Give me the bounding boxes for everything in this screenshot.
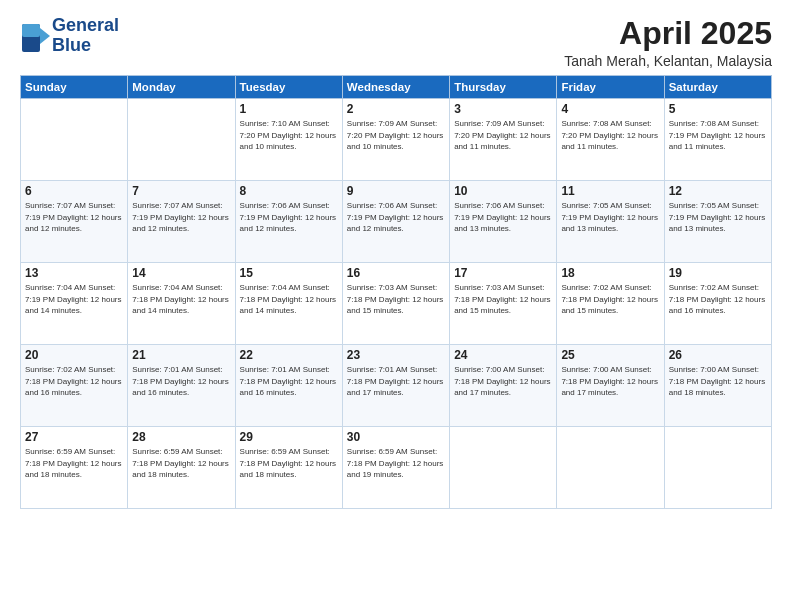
col-friday: Friday (557, 76, 664, 99)
day-info: Sunrise: 7:08 AM Sunset: 7:19 PM Dayligh… (669, 118, 767, 153)
calendar-cell: 13Sunrise: 7:04 AM Sunset: 7:19 PM Dayli… (21, 263, 128, 345)
calendar-cell (450, 427, 557, 509)
day-info: Sunrise: 7:00 AM Sunset: 7:18 PM Dayligh… (669, 364, 767, 399)
calendar-week-4: 20Sunrise: 7:02 AM Sunset: 7:18 PM Dayli… (21, 345, 772, 427)
calendar-cell (21, 99, 128, 181)
calendar-cell: 30Sunrise: 6:59 AM Sunset: 7:18 PM Dayli… (342, 427, 449, 509)
day-number: 21 (132, 348, 230, 362)
day-info: Sunrise: 7:04 AM Sunset: 7:18 PM Dayligh… (132, 282, 230, 317)
day-info: Sunrise: 7:00 AM Sunset: 7:18 PM Dayligh… (454, 364, 552, 399)
day-info: Sunrise: 7:06 AM Sunset: 7:19 PM Dayligh… (240, 200, 338, 235)
calendar-cell: 19Sunrise: 7:02 AM Sunset: 7:18 PM Dayli… (664, 263, 771, 345)
calendar-cell (664, 427, 771, 509)
logo-line2: Blue (52, 36, 119, 56)
day-number: 12 (669, 184, 767, 198)
day-number: 6 (25, 184, 123, 198)
day-number: 14 (132, 266, 230, 280)
calendar-cell: 4Sunrise: 7:08 AM Sunset: 7:20 PM Daylig… (557, 99, 664, 181)
day-number: 19 (669, 266, 767, 280)
calendar-cell: 23Sunrise: 7:01 AM Sunset: 7:18 PM Dayli… (342, 345, 449, 427)
col-wednesday: Wednesday (342, 76, 449, 99)
day-info: Sunrise: 6:59 AM Sunset: 7:18 PM Dayligh… (132, 446, 230, 481)
calendar-cell: 28Sunrise: 6:59 AM Sunset: 7:18 PM Dayli… (128, 427, 235, 509)
logo-text: General Blue (52, 16, 119, 56)
day-info: Sunrise: 7:04 AM Sunset: 7:19 PM Dayligh… (25, 282, 123, 317)
day-info: Sunrise: 7:03 AM Sunset: 7:18 PM Dayligh… (347, 282, 445, 317)
day-number: 4 (561, 102, 659, 116)
day-number: 7 (132, 184, 230, 198)
calendar-cell (128, 99, 235, 181)
day-info: Sunrise: 7:00 AM Sunset: 7:18 PM Dayligh… (561, 364, 659, 399)
day-info: Sunrise: 7:09 AM Sunset: 7:20 PM Dayligh… (454, 118, 552, 153)
day-number: 30 (347, 430, 445, 444)
day-info: Sunrise: 7:07 AM Sunset: 7:19 PM Dayligh… (132, 200, 230, 235)
day-number: 26 (669, 348, 767, 362)
col-sunday: Sunday (21, 76, 128, 99)
col-saturday: Saturday (664, 76, 771, 99)
calendar-cell: 7Sunrise: 7:07 AM Sunset: 7:19 PM Daylig… (128, 181, 235, 263)
calendar-cell: 26Sunrise: 7:00 AM Sunset: 7:18 PM Dayli… (664, 345, 771, 427)
calendar-cell: 16Sunrise: 7:03 AM Sunset: 7:18 PM Dayli… (342, 263, 449, 345)
day-info: Sunrise: 7:04 AM Sunset: 7:18 PM Dayligh… (240, 282, 338, 317)
location-title: Tanah Merah, Kelantan, Malaysia (564, 53, 772, 69)
month-title: April 2025 (564, 16, 772, 51)
logo: General Blue (20, 16, 119, 56)
day-info: Sunrise: 7:01 AM Sunset: 7:18 PM Dayligh… (240, 364, 338, 399)
calendar-cell: 29Sunrise: 6:59 AM Sunset: 7:18 PM Dayli… (235, 427, 342, 509)
col-thursday: Thursday (450, 76, 557, 99)
col-tuesday: Tuesday (235, 76, 342, 99)
calendar-cell: 2Sunrise: 7:09 AM Sunset: 7:20 PM Daylig… (342, 99, 449, 181)
logo-line1: General (52, 16, 119, 36)
calendar-week-2: 6Sunrise: 7:07 AM Sunset: 7:19 PM Daylig… (21, 181, 772, 263)
title-block: April 2025 Tanah Merah, Kelantan, Malays… (564, 16, 772, 69)
calendar-week-3: 13Sunrise: 7:04 AM Sunset: 7:19 PM Dayli… (21, 263, 772, 345)
day-number: 13 (25, 266, 123, 280)
header: General Blue April 2025 Tanah Merah, Kel… (20, 16, 772, 69)
calendar-cell: 20Sunrise: 7:02 AM Sunset: 7:18 PM Dayli… (21, 345, 128, 427)
day-number: 17 (454, 266, 552, 280)
calendar-table: Sunday Monday Tuesday Wednesday Thursday… (20, 75, 772, 509)
col-monday: Monday (128, 76, 235, 99)
svg-rect-2 (22, 24, 40, 37)
day-number: 1 (240, 102, 338, 116)
calendar-cell: 11Sunrise: 7:05 AM Sunset: 7:19 PM Dayli… (557, 181, 664, 263)
calendar-page: General Blue April 2025 Tanah Merah, Kel… (0, 0, 792, 612)
day-number: 10 (454, 184, 552, 198)
day-number: 27 (25, 430, 123, 444)
day-info: Sunrise: 7:02 AM Sunset: 7:18 PM Dayligh… (669, 282, 767, 317)
calendar-cell: 25Sunrise: 7:00 AM Sunset: 7:18 PM Dayli… (557, 345, 664, 427)
day-info: Sunrise: 7:06 AM Sunset: 7:19 PM Dayligh… (347, 200, 445, 235)
day-info: Sunrise: 7:01 AM Sunset: 7:18 PM Dayligh… (347, 364, 445, 399)
calendar-cell: 12Sunrise: 7:05 AM Sunset: 7:19 PM Dayli… (664, 181, 771, 263)
day-number: 22 (240, 348, 338, 362)
day-number: 5 (669, 102, 767, 116)
calendar-cell: 18Sunrise: 7:02 AM Sunset: 7:18 PM Dayli… (557, 263, 664, 345)
day-info: Sunrise: 7:02 AM Sunset: 7:18 PM Dayligh… (561, 282, 659, 317)
calendar-cell: 24Sunrise: 7:00 AM Sunset: 7:18 PM Dayli… (450, 345, 557, 427)
day-number: 28 (132, 430, 230, 444)
day-info: Sunrise: 7:01 AM Sunset: 7:18 PM Dayligh… (132, 364, 230, 399)
calendar-cell: 5Sunrise: 7:08 AM Sunset: 7:19 PM Daylig… (664, 99, 771, 181)
calendar-week-1: 1Sunrise: 7:10 AM Sunset: 7:20 PM Daylig… (21, 99, 772, 181)
day-number: 9 (347, 184, 445, 198)
day-number: 16 (347, 266, 445, 280)
day-info: Sunrise: 6:59 AM Sunset: 7:18 PM Dayligh… (25, 446, 123, 481)
day-number: 25 (561, 348, 659, 362)
day-info: Sunrise: 7:02 AM Sunset: 7:18 PM Dayligh… (25, 364, 123, 399)
calendar-cell: 1Sunrise: 7:10 AM Sunset: 7:20 PM Daylig… (235, 99, 342, 181)
day-info: Sunrise: 6:59 AM Sunset: 7:18 PM Dayligh… (347, 446, 445, 481)
day-info: Sunrise: 7:05 AM Sunset: 7:19 PM Dayligh… (561, 200, 659, 235)
calendar-cell: 17Sunrise: 7:03 AM Sunset: 7:18 PM Dayli… (450, 263, 557, 345)
day-info: Sunrise: 7:05 AM Sunset: 7:19 PM Dayligh… (669, 200, 767, 235)
day-number: 3 (454, 102, 552, 116)
calendar-cell: 14Sunrise: 7:04 AM Sunset: 7:18 PM Dayli… (128, 263, 235, 345)
header-row: Sunday Monday Tuesday Wednesday Thursday… (21, 76, 772, 99)
calendar-cell: 22Sunrise: 7:01 AM Sunset: 7:18 PM Dayli… (235, 345, 342, 427)
day-info: Sunrise: 6:59 AM Sunset: 7:18 PM Dayligh… (240, 446, 338, 481)
day-info: Sunrise: 7:08 AM Sunset: 7:20 PM Dayligh… (561, 118, 659, 153)
day-number: 20 (25, 348, 123, 362)
day-number: 8 (240, 184, 338, 198)
calendar-cell: 3Sunrise: 7:09 AM Sunset: 7:20 PM Daylig… (450, 99, 557, 181)
day-info: Sunrise: 7:03 AM Sunset: 7:18 PM Dayligh… (454, 282, 552, 317)
calendar-cell: 8Sunrise: 7:06 AM Sunset: 7:19 PM Daylig… (235, 181, 342, 263)
